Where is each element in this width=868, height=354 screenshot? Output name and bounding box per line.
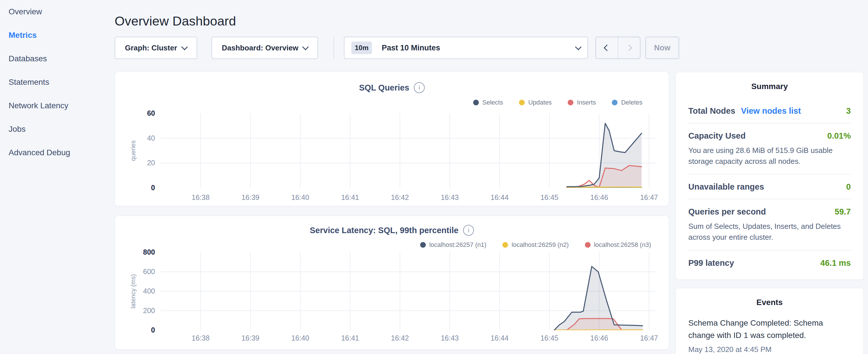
events-title: Events	[676, 298, 863, 307]
sidebar-item-jobs[interactable]: Jobs	[0, 118, 115, 141]
legend-dot-icon	[420, 242, 426, 248]
summary-row-unavailable-ranges: Unavailable ranges0	[688, 174, 851, 199]
summary-panel: Summary Total NodesView nodes list3Capac…	[676, 72, 864, 280]
dashboard-dropdown[interactable]: Dashboard: Overview	[212, 37, 318, 59]
chevron-down-icon	[181, 44, 188, 51]
legend-item-localhost-26257-n1[interactable]: localhost:26257 (n1)	[420, 241, 486, 249]
dashboard-dropdown-label: Dashboard: Overview	[222, 43, 298, 53]
x-tick-label: 16:44	[479, 334, 520, 342]
legend-item-selects[interactable]: Selects	[473, 99, 503, 106]
y-tick-label: 0	[121, 184, 155, 192]
legend-item-deletes[interactable]: Deletes	[612, 99, 643, 106]
y-tick-label: 40	[121, 134, 155, 142]
event-text: Schema Change Completed: Schema change w…	[688, 317, 851, 342]
legend-label: localhost:26258 (n3)	[594, 241, 651, 249]
legend-label: localhost:26259 (n2)	[512, 241, 568, 249]
summary-row-value: 0	[846, 182, 851, 192]
event-timestamp: May 13, 2020 at 4:45 PM	[688, 345, 851, 354]
summary-row-label: Total Nodes	[688, 106, 735, 116]
legend-label: Inserts	[577, 99, 596, 106]
service-latency-chart: Service Latency: SQL, 99th percentile i …	[115, 216, 669, 350]
summary-row-queries-per-second: Queries per second59.7Sum of Selects, Up…	[688, 199, 851, 250]
x-tick-label: 16:44	[479, 193, 520, 202]
y-axis-ticks: 0204060	[121, 72, 155, 206]
legend-label: Updates	[528, 99, 552, 106]
info-icon[interactable]: i	[414, 82, 425, 93]
sql-queries-chart: SQL Queries i SelectsUpdatesInsertsDelet…	[115, 72, 669, 206]
chevron-right-icon	[626, 45, 632, 51]
sidebar-item-statements[interactable]: Statements	[0, 70, 115, 94]
time-window-selector[interactable]: 10m Past 10 Minutes	[344, 37, 588, 59]
legend-item-localhost-26258-n3[interactable]: localhost:26258 (n3)	[585, 241, 651, 249]
summary-row-label: Unavailable ranges	[688, 182, 764, 192]
legend-item-localhost-26259-n2[interactable]: localhost:26259 (n2)	[502, 241, 568, 249]
legend-dot-icon	[612, 100, 618, 105]
legend-label: Selects	[482, 99, 503, 106]
legend-dot-icon	[585, 242, 591, 248]
summary-row-p99-latency: P99 latency46.1 ms	[688, 251, 851, 275]
x-tick-label: 16:41	[330, 334, 370, 342]
graph-type-dropdown-label: Graph: Cluster	[125, 43, 177, 53]
info-icon[interactable]: i	[463, 225, 474, 236]
summary-row-label: Queries per second	[688, 207, 766, 217]
x-tick-label: 16:47	[629, 193, 669, 202]
legend-dot-icon	[568, 100, 574, 105]
y-tick-label: 0	[121, 326, 155, 334]
x-tick-label: 16:40	[280, 193, 320, 202]
sidebar-item-network-latency[interactable]: Network Latency	[0, 94, 115, 118]
x-axis-ticks: 16:3816:3916:4016:4116:4216:4316:4416:45…	[161, 334, 656, 345]
summary-row-value: 46.1 ms	[820, 258, 851, 268]
sidebar-item-advanced-debug[interactable]: Advanced Debug	[0, 141, 115, 164]
controls-bar: Graph: Cluster Dashboard: Overview 10m P…	[0, 37, 868, 59]
x-tick-label: 16:39	[230, 334, 271, 342]
page-title: Overview Dashboard	[115, 14, 236, 29]
x-tick-label: 16:38	[181, 193, 221, 202]
now-button[interactable]: Now	[645, 37, 679, 59]
prev-time-button[interactable]	[595, 37, 618, 59]
sidebar-item-overview[interactable]: Overview	[0, 0, 115, 24]
x-tick-label: 16:41	[330, 193, 370, 202]
x-tick-label: 16:46	[579, 334, 619, 342]
y-tick-label: 400	[121, 287, 155, 295]
y-tick-label: 20	[121, 159, 155, 167]
summary-row-subtext: You are using 28.6 MiB of 515.9 GiB usab…	[688, 145, 851, 167]
time-window-badge: 10m	[351, 41, 372, 54]
summary-row-value: 59.7	[835, 207, 851, 217]
controls-divider	[334, 37, 334, 58]
y-axis-ticks: 0200400600800	[121, 216, 155, 349]
legend-dot-icon	[473, 100, 479, 105]
y-tick-label: 600	[121, 267, 155, 276]
chart-title: SQL Queries	[359, 83, 409, 93]
y-tick-label: 60	[121, 109, 155, 118]
chevron-left-icon	[604, 45, 610, 51]
view-nodes-link[interactable]: View nodes list	[741, 106, 801, 116]
x-tick-label: 16:42	[380, 193, 420, 202]
sql-queries-plot-area[interactable]	[161, 114, 656, 188]
next-time-button[interactable]	[618, 37, 641, 59]
summary-row-total-nodes: Total NodesView nodes list3	[688, 99, 851, 123]
summary-title: Summary	[676, 82, 863, 91]
summary-row-label: Capacity Used	[688, 131, 746, 141]
x-tick-label: 16:46	[579, 193, 619, 202]
x-axis-ticks: 16:3816:3916:4016:4116:4216:4316:4416:45…	[161, 193, 656, 205]
chevron-down-icon	[575, 44, 582, 51]
chevron-down-icon	[302, 44, 309, 51]
x-tick-label: 16:42	[380, 334, 420, 342]
legend-dot-icon	[502, 242, 508, 248]
y-tick-label: 800	[121, 248, 155, 256]
x-tick-label: 16:43	[430, 334, 470, 342]
x-tick-label: 16:47	[629, 334, 669, 342]
summary-row-label: P99 latency	[688, 258, 734, 268]
x-tick-label: 16:38	[181, 334, 221, 342]
chart-title: Service Latency: SQL, 99th percentile	[310, 226, 459, 235]
y-tick-label: 200	[121, 307, 155, 315]
x-tick-label: 16:43	[430, 193, 470, 202]
x-tick-label: 16:40	[280, 334, 320, 342]
summary-row-capacity-used: Capacity Used0.01%You are using 28.6 MiB…	[688, 123, 851, 174]
graph-type-dropdown[interactable]: Graph: Cluster	[115, 37, 197, 59]
legend-item-updates[interactable]: Updates	[519, 99, 552, 106]
service-latency-plot-area[interactable]	[161, 252, 656, 330]
time-window-label: Past 10 Minutes	[382, 43, 576, 53]
legend-label: localhost:26257 (n1)	[429, 241, 486, 249]
legend-item-inserts[interactable]: Inserts	[568, 99, 596, 106]
